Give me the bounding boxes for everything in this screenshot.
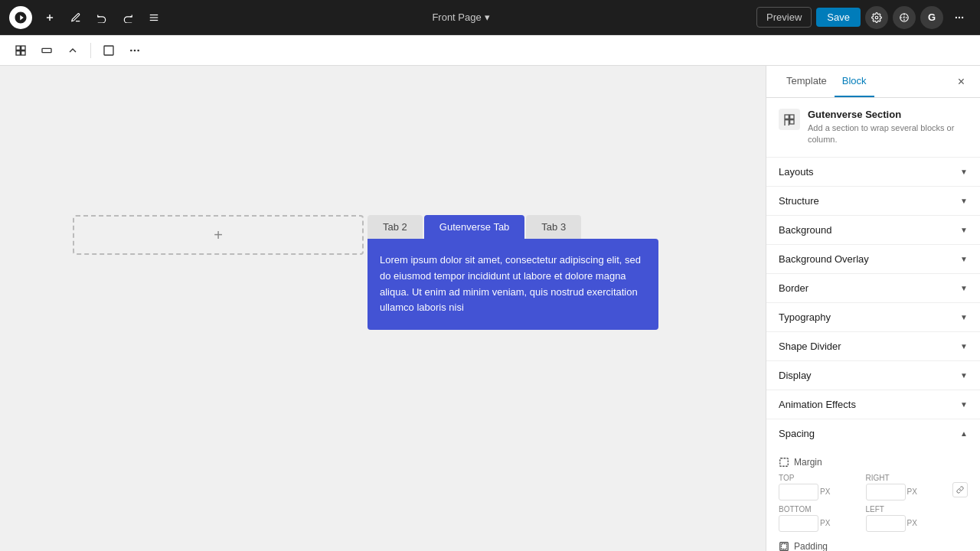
tab-header-gutenverse[interactable]: Gutenverse Tab — [424, 215, 525, 239]
align-button[interactable] — [97, 39, 120, 62]
section-animation-effects-header[interactable]: Animation Effects — [766, 390, 980, 419]
color-scheme-button[interactable] — [893, 6, 916, 29]
right-panel: Template Block × Gutenverse Section Add … — [766, 66, 980, 551]
margin-left-input[interactable] — [866, 515, 906, 532]
list-view-button[interactable] — [142, 6, 165, 29]
tools-button[interactable] — [64, 6, 87, 29]
section-animation-effects: Animation Effects — [766, 390, 980, 419]
spacing-chevron — [960, 429, 968, 438]
animation-effects-chevron — [960, 400, 968, 409]
undo-button[interactable] — [90, 6, 113, 29]
section-background-title: Background — [779, 224, 831, 236]
tab-block[interactable]: Block — [835, 66, 874, 97]
margin-right-input[interactable] — [866, 484, 906, 500]
padding-label: Padding — [779, 541, 968, 551]
section-border-header[interactable]: Border — [766, 274, 980, 302]
shape-divider-chevron — [960, 342, 968, 350]
section-background-overlay-header[interactable]: Background Overlay — [766, 245, 980, 273]
add-block-icon: + — [214, 227, 223, 244]
tab-block: Tab 2 Gutenverse Tab Tab 3 Lorem ipsum d… — [368, 215, 658, 330]
top-bar-right: Preview Save G — [756, 6, 971, 29]
settings-button[interactable] — [865, 6, 888, 29]
right-label: RIGHT — [866, 474, 947, 482]
section-layouts-header[interactable]: Layouts — [766, 158, 980, 186]
display-chevron — [960, 371, 968, 380]
svg-rect-10 — [16, 46, 20, 50]
panel-close-button[interactable]: × — [955, 72, 968, 92]
svg-rect-23 — [780, 458, 789, 467]
margin-left-group: LEFT PX — [866, 505, 947, 532]
svg-point-8 — [959, 16, 960, 18]
top-unit: PX — [820, 487, 830, 496]
svg-rect-20 — [790, 115, 794, 119]
margin-left-input-group: PX — [866, 515, 947, 532]
structure-chevron — [960, 197, 968, 205]
section-spacing-title: Spacing — [779, 428, 815, 439]
add-block-button[interactable] — [38, 6, 61, 29]
margin-link-button[interactable] — [952, 482, 968, 497]
preview-button[interactable]: Preview — [756, 7, 812, 28]
section-spacing-header[interactable]: Spacing — [766, 419, 980, 448]
section-display: Display — [766, 361, 980, 390]
svg-point-16 — [130, 49, 132, 51]
margin-text: Margin — [794, 457, 822, 468]
user-button[interactable]: G — [920, 6, 943, 29]
block-title: Gutenverse Section — [808, 109, 968, 120]
margin-bottom-group: BOTTOM PX — [779, 505, 860, 532]
typography-chevron — [960, 313, 968, 321]
background-chevron — [960, 226, 968, 234]
section-typography-header[interactable]: Typography — [766, 303, 980, 331]
block-type-icon — [779, 109, 800, 130]
arrows-button[interactable] — [61, 39, 84, 62]
margin-bottom-input[interactable] — [779, 515, 818, 532]
block-view-button[interactable] — [9, 39, 32, 62]
wp-logo — [9, 6, 32, 29]
svg-rect-19 — [785, 115, 789, 119]
page-selector[interactable]: Front Page ▾ — [426, 8, 495, 26]
margin-top-input[interactable] — [779, 484, 818, 500]
left-unit: PX — [907, 519, 917, 527]
top-bar: Front Page ▾ Preview Save G — [0, 0, 980, 35]
svg-point-9 — [962, 16, 963, 18]
tab-header-tab3[interactable]: Tab 3 — [526, 215, 581, 239]
bottom-unit: PX — [820, 519, 830, 527]
more-block-options[interactable] — [123, 39, 146, 62]
toolbar-divider — [90, 43, 91, 58]
left-label: LEFT — [866, 505, 947, 514]
section-background: Background — [766, 216, 980, 245]
margin-icon — [779, 457, 789, 468]
tab-body-text: Lorem ipsum dolor sit amet, consectetur … — [380, 253, 646, 316]
svg-point-7 — [956, 16, 957, 18]
resize-button[interactable] — [35, 39, 58, 62]
border-chevron — [960, 284, 968, 292]
svg-rect-22 — [790, 120, 794, 124]
section-structure-header[interactable]: Structure — [766, 187, 980, 215]
tab-headers: Tab 2 Gutenverse Tab Tab 3 — [368, 215, 658, 239]
padding-text: Padding — [794, 541, 828, 551]
section-background-header[interactable]: Background — [766, 216, 980, 244]
save-button[interactable]: Save — [816, 8, 861, 27]
block-placeholder[interactable]: + — [73, 215, 364, 255]
right-unit: PX — [907, 487, 917, 496]
redo-button[interactable] — [116, 6, 139, 29]
tab-content: Lorem ipsum dolor sit amet, consectetur … — [368, 239, 658, 330]
background-overlay-chevron — [960, 255, 968, 263]
more-options-button[interactable] — [948, 6, 971, 29]
panel-header: Template Block × — [766, 66, 980, 98]
tab-template[interactable]: Template — [779, 66, 835, 97]
margin-top-input-group: PX — [779, 484, 860, 500]
canvas-area[interactable]: + Tab 2 Gutenverse Tab Tab 3 Lorem ipsum… — [0, 66, 766, 551]
section-display-header[interactable]: Display — [766, 361, 980, 390]
margin-top-group: TOP PX — [779, 474, 860, 500]
margin-right-group: RIGHT PX — [866, 474, 947, 500]
link-icon-container — [952, 474, 968, 500]
section-typography-title: Typography — [779, 311, 831, 323]
tab-header-tab2[interactable]: Tab 2 — [368, 215, 423, 239]
section-background-overlay-title: Background Overlay — [779, 253, 869, 265]
svg-rect-11 — [21, 46, 25, 50]
section-shape-divider-header[interactable]: Shape Divider — [766, 332, 980, 360]
section-structure-title: Structure — [779, 195, 819, 207]
layouts-chevron — [960, 168, 968, 176]
section-layouts: Layouts — [766, 158, 980, 187]
section-typography: Typography — [766, 303, 980, 332]
